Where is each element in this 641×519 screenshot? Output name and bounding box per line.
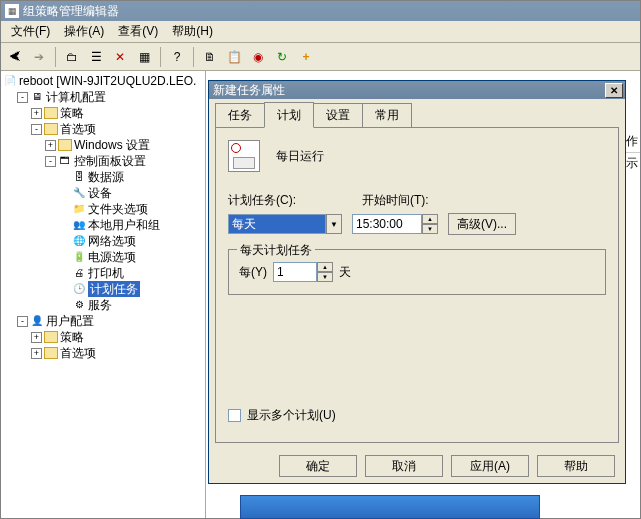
every-input[interactable]: ▲▼: [273, 262, 333, 282]
label: 首选项: [60, 345, 96, 361]
spin-down-icon[interactable]: ▼: [317, 272, 333, 282]
spin-down-icon[interactable]: ▼: [422, 224, 438, 234]
menu-action[interactable]: 操作(A): [58, 21, 110, 42]
menu-help[interactable]: 帮助(H): [166, 21, 219, 42]
advanced-button[interactable]: 高级(V)...: [448, 213, 516, 235]
tab-strip: 任务 计划 设置 常用: [215, 105, 619, 127]
label: 服务: [88, 297, 112, 313]
dialog-buttons: 确定 取消 应用(A) 帮助: [209, 449, 625, 483]
folder-icon: [44, 107, 58, 119]
stop-icon[interactable]: ◉: [248, 47, 268, 67]
dialog-titlebar: 新建任务属性 ✕: [209, 81, 625, 99]
checkbox-box[interactable]: [228, 409, 241, 422]
start-time-label: 开始时间(T):: [362, 192, 429, 209]
folder-icon: [44, 331, 58, 343]
multi-schedule-label: 显示多个计划(U): [247, 407, 336, 424]
ok-button[interactable]: 确定: [279, 455, 357, 477]
new-task-dialog: 新建任务属性 ✕ 任务 计划 设置 常用 每日运行 计划任务(C): 开始时间(…: [208, 80, 626, 484]
expand-icon[interactable]: +: [45, 140, 56, 151]
doc-icon[interactable]: 🗎: [200, 47, 220, 67]
tree-printers[interactable]: 🖨打印机: [3, 265, 203, 281]
separator: [55, 47, 56, 67]
menu-file[interactable]: 文件(F): [5, 21, 56, 42]
paste-icon[interactable]: 📋: [224, 47, 244, 67]
properties-icon[interactable]: ▦: [134, 47, 154, 67]
window-title: 组策略管理编辑器: [23, 3, 119, 20]
list-icon[interactable]: ☰: [86, 47, 106, 67]
collapse-icon[interactable]: -: [45, 156, 56, 167]
spin-up-icon[interactable]: ▲: [317, 262, 333, 272]
tree-computer-config[interactable]: -🖥计算机配置: [3, 89, 203, 105]
dialog-title: 新建任务属性: [213, 82, 285, 99]
tree-devices[interactable]: 🔧设备: [3, 185, 203, 201]
app-icon: ▦: [5, 4, 19, 18]
device-icon: 🔧: [72, 186, 86, 200]
delete-icon[interactable]: ✕: [110, 47, 130, 67]
collapse-icon[interactable]: -: [17, 92, 28, 103]
label: 设备: [88, 185, 112, 201]
tab-settings[interactable]: 设置: [313, 103, 363, 127]
expand-icon[interactable]: +: [31, 332, 42, 343]
tab-task[interactable]: 任务: [215, 103, 265, 127]
schedule-combo[interactable]: ▼: [228, 214, 342, 234]
multi-schedule-checkbox[interactable]: 显示多个计划(U): [228, 407, 336, 424]
tree-network-options[interactable]: 🌐网络选项: [3, 233, 203, 249]
label: 策略: [60, 105, 84, 121]
label: 用户配置: [46, 313, 94, 329]
group-title: 每天计划任务: [237, 242, 315, 259]
back-icon[interactable]: ⮜: [5, 47, 25, 67]
tree-scheduled-tasks[interactable]: 🕒计划任务: [3, 281, 203, 297]
every-field[interactable]: [273, 262, 317, 282]
close-button[interactable]: ✕: [605, 83, 623, 98]
tree-root-label: reboot [WIN-9JIT2UQLU2D.LEO.: [19, 73, 196, 89]
menubar: 文件(F) 操作(A) 查看(V) 帮助(H): [1, 21, 640, 43]
up-icon[interactable]: 🗀: [62, 47, 82, 67]
daily-run-label: 每日运行: [276, 148, 324, 165]
help-button[interactable]: 帮助: [537, 455, 615, 477]
tree-windows-settings[interactable]: +Windows 设置: [3, 137, 203, 153]
policy-icon: 📄: [3, 74, 17, 88]
schedule-icon: 🕒: [72, 282, 86, 296]
expand-icon[interactable]: +: [31, 348, 42, 359]
tab-common[interactable]: 常用: [362, 103, 412, 127]
days-label: 天: [339, 264, 351, 281]
tree-user-preferences[interactable]: +首选项: [3, 345, 203, 361]
menu-view[interactable]: 查看(V): [112, 21, 164, 42]
help-icon[interactable]: ?: [167, 47, 187, 67]
cancel-button[interactable]: 取消: [365, 455, 443, 477]
tree-policies[interactable]: +策略: [3, 105, 203, 121]
schedule-large-icon: [228, 140, 260, 172]
services-icon: ⚙: [72, 298, 86, 312]
schedule-combo-input[interactable]: [228, 214, 326, 234]
tree-preferences[interactable]: -首选项: [3, 121, 203, 137]
chevron-down-icon[interactable]: ▼: [326, 214, 342, 234]
tree-control-panel[interactable]: -🗔控制面板设置: [3, 153, 203, 169]
add-icon[interactable]: +: [296, 47, 316, 67]
tree-local-users[interactable]: 👥本地用户和组: [3, 217, 203, 233]
forward-icon[interactable]: ➔: [29, 47, 49, 67]
start-time-field[interactable]: [352, 214, 422, 234]
label: 计划任务: [88, 281, 140, 297]
expand-icon[interactable]: +: [31, 108, 42, 119]
users-icon: 👥: [72, 218, 86, 232]
tree-user-config[interactable]: -👤用户配置: [3, 313, 203, 329]
start-time-input[interactable]: ▲▼: [352, 214, 438, 234]
apply-button[interactable]: 应用(A): [451, 455, 529, 477]
computer-icon: 🖥: [30, 90, 44, 104]
tree-pane[interactable]: 📄reboot [WIN-9JIT2UQLU2D.LEO. -🖥计算机配置 +策…: [1, 71, 206, 518]
tree-user-policies[interactable]: +策略: [3, 329, 203, 345]
tab-schedule[interactable]: 计划: [264, 102, 314, 128]
collapse-icon[interactable]: -: [17, 316, 28, 327]
refresh-icon[interactable]: ↻: [272, 47, 292, 67]
taskbar-item[interactable]: [240, 495, 540, 519]
sched-task-label: 计划任务(C):: [228, 192, 296, 209]
tree-folder-options[interactable]: 📁文件夹选项: [3, 201, 203, 217]
spin-up-icon[interactable]: ▲: [422, 214, 438, 224]
daily-schedule-group: 每天计划任务 每(Y) ▲▼ 天: [228, 249, 606, 295]
collapse-icon[interactable]: -: [31, 124, 42, 135]
tree-root[interactable]: 📄reboot [WIN-9JIT2UQLU2D.LEO.: [3, 73, 203, 89]
tree-services[interactable]: ⚙服务: [3, 297, 203, 313]
tree-data-sources[interactable]: 🗄数据源: [3, 169, 203, 185]
tree-power-options[interactable]: 🔋电源选项: [3, 249, 203, 265]
label: 数据源: [88, 169, 124, 185]
